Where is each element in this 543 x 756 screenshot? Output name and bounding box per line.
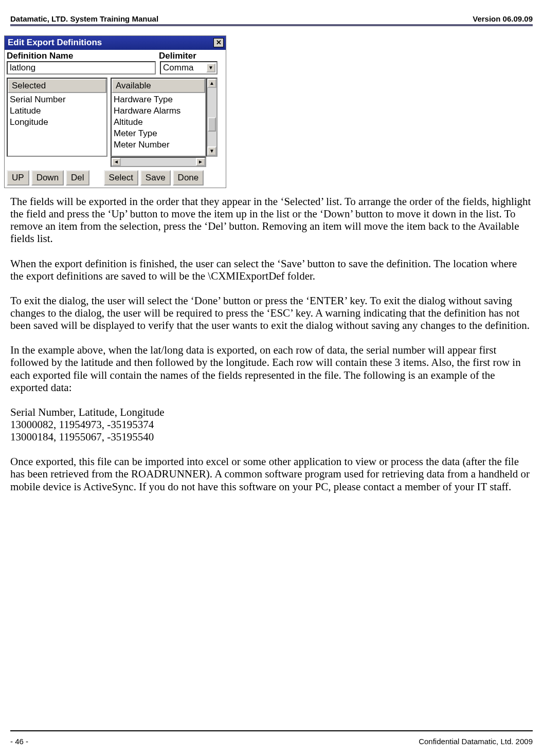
body-text: The fields will be exported in the order…: [10, 195, 533, 493]
footer-right: Confidential Datamatic, Ltd. 2009: [419, 737, 533, 746]
select-button[interactable]: Select: [104, 170, 138, 186]
definition-name-input[interactable]: latlong: [7, 61, 156, 75]
header-right: Version 06.09.09: [473, 14, 533, 23]
close-icon[interactable]: ✕: [213, 38, 224, 47]
scroll-right-icon[interactable]: ►: [196, 158, 205, 166]
list-item[interactable]: Hardware Alarms: [114, 105, 203, 117]
dialog-titlebar: Edit Export Definitions ✕: [5, 36, 226, 50]
scroll-down-icon[interactable]: ▼: [207, 146, 216, 156]
paragraph: The fields will be exported in the order…: [10, 195, 533, 245]
list-item[interactable]: Altitude: [114, 117, 203, 128]
horizontal-scrollbar[interactable]: ◄ ►: [111, 157, 206, 167]
header-left: Datamatic, LTD. System Training Manual: [10, 14, 158, 23]
list-item[interactable]: Serial Number: [10, 94, 104, 105]
vertical-scrollbar[interactable]: ▲ ▼: [206, 78, 218, 157]
list-item[interactable]: Meter Number: [114, 139, 203, 151]
done-button[interactable]: Done: [173, 170, 204, 186]
example-line: 13000082, 11954973, -35195374: [10, 418, 533, 431]
dialog-title: Edit Export Definitions: [8, 38, 102, 48]
definition-name-label: Definition Name: [7, 51, 159, 61]
selected-list[interactable]: Selected Serial Number Latitude Longitud…: [7, 78, 107, 157]
scroll-up-icon[interactable]: ▲: [207, 79, 216, 88]
example-line: 13000184, 11955067, -35195540: [10, 431, 533, 443]
footer-rule: [10, 730, 533, 731]
chevron-down-icon[interactable]: ▼: [206, 63, 215, 72]
selected-header: Selected: [8, 79, 106, 93]
save-button[interactable]: Save: [140, 170, 171, 186]
delimiter-label: Delimiter: [159, 51, 196, 61]
up-button[interactable]: UP: [7, 170, 29, 186]
list-item[interactable]: Meter Type: [114, 128, 203, 139]
page-header: Datamatic, LTD. System Training Manual V…: [10, 14, 533, 23]
paragraph: When the export definition is finished, …: [10, 257, 533, 282]
page-footer: - 46 - Confidential Datamatic, Ltd. 2009: [10, 737, 533, 746]
list-item[interactable]: Hardware Type: [114, 94, 203, 105]
page-number: - 46 -: [10, 737, 28, 746]
paragraph: To exit the dialog, the user will select…: [10, 294, 533, 331]
available-header: Available: [112, 79, 205, 93]
available-list[interactable]: Available Hardware Type Hardware Alarms …: [111, 78, 206, 157]
paragraph: Once exported, this file can be imported…: [10, 455, 533, 492]
dialog-screenshot: Edit Export Definitions ✕ Definition Nam…: [4, 35, 226, 188]
list-item[interactable]: Latitude: [10, 105, 104, 117]
header-rule: [10, 24, 533, 26]
down-button[interactable]: Down: [31, 170, 64, 186]
definition-name-value: latlong: [10, 63, 35, 72]
scroll-thumb[interactable]: [208, 117, 216, 132]
paragraph: In the example above, when the lat/long …: [10, 344, 533, 394]
delimiter-select[interactable]: Comma ▼: [160, 61, 218, 75]
scroll-left-icon[interactable]: ◄: [112, 158, 121, 166]
example-line: Serial Number, Latitude, Longitude: [10, 406, 533, 418]
del-button[interactable]: Del: [66, 170, 89, 186]
list-item[interactable]: Longitude: [10, 117, 104, 128]
delimiter-value: Comma: [163, 63, 194, 73]
